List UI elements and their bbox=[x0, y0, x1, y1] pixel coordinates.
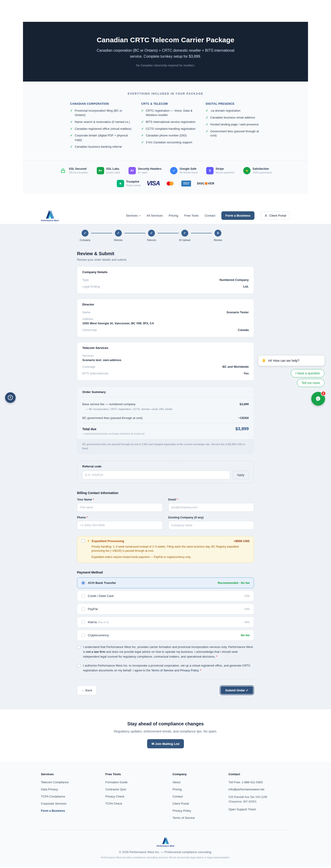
expedited-checkbox[interactable] bbox=[81, 539, 85, 543]
list-item: ✓.ca domain registration bbox=[206, 108, 261, 113]
payment-option-ach[interactable]: ACH Bank Transfer Recommended - No fee bbox=[77, 578, 254, 588]
footer-link-contact[interactable]: Contact bbox=[172, 795, 229, 798]
chat-quick-reply-tell-me-more[interactable]: Tell me more bbox=[297, 379, 325, 387]
payment-method-title: Payment Method bbox=[77, 570, 254, 574]
footer-support-ticket-link[interactable]: Open Support Ticket bbox=[229, 808, 290, 811]
check-icon: ✓ bbox=[70, 133, 72, 142]
client-portal-button[interactable]: Client Portal bbox=[261, 211, 290, 220]
footer-link-formation-guide[interactable]: Formation Guide bbox=[105, 780, 172, 784]
badge-ssl-labs: A+ SSL LabsQualys rated bbox=[97, 167, 120, 174]
footer-link-form-a-business[interactable]: Form a Business bbox=[41, 809, 105, 812]
nav-link-pricing[interactable]: Pricing bbox=[169, 214, 178, 217]
phone-input[interactable] bbox=[77, 521, 163, 530]
newsletter-section: Stay ahead of compliance changes Regulat… bbox=[0, 709, 331, 762]
footer-link-tcpa-compliance[interactable]: TCPA Compliance bbox=[41, 795, 105, 798]
terms-of-service-link[interactable]: Terms of Service bbox=[151, 669, 174, 672]
footer-link-about[interactable]: About bbox=[172, 780, 229, 784]
check-icon: ✓ bbox=[206, 122, 208, 127]
step-director[interactable]: ✓ Director bbox=[110, 230, 126, 241]
agreement-checkbox[interactable] bbox=[77, 664, 81, 668]
footer-link-data-privacy[interactable]: Data Privacy bbox=[41, 787, 105, 791]
help-button[interactable]: ? bbox=[5, 392, 16, 403]
join-mailing-list-button[interactable]: ✉ Join Mailing List bbox=[147, 739, 184, 748]
footer-address: 525 Randall Ave Ste 100-1195 Cheyenne, W… bbox=[229, 795, 290, 804]
footer-link-terms[interactable]: Terms of Service bbox=[172, 816, 229, 819]
footer-link-telecom-compliance[interactable]: Telecom Compliance bbox=[41, 780, 105, 784]
back-button[interactable]: ← Back bbox=[77, 685, 96, 695]
radio-icon[interactable] bbox=[81, 633, 85, 637]
payment-logos: ★ TrustpilotRead reviews VISA AMERICAN E… bbox=[23, 176, 308, 194]
chat-quick-reply-question[interactable]: I have a question bbox=[291, 369, 325, 377]
question-icon: ? bbox=[8, 395, 13, 400]
detail-row: TypeNumbered Company bbox=[82, 277, 249, 283]
agreement-authorization: I authorize Performance West Inc. to inc… bbox=[77, 663, 254, 673]
payment-option-paypal[interactable]: PayPal +3% bbox=[77, 603, 254, 614]
chat-unread-badge: 1 bbox=[321, 391, 326, 396]
footer-link-privacy-check[interactable]: Privacy Check bbox=[105, 795, 172, 798]
submit-order-button[interactable]: Submit Order ✓ bbox=[220, 685, 254, 695]
existing-company-input[interactable] bbox=[168, 521, 254, 530]
check-icon: ✓ bbox=[70, 145, 72, 149]
newsletter-title: Stay ahead of compliance changes bbox=[0, 721, 331, 726]
nav-link-all-services[interactable]: All Services bbox=[147, 214, 163, 217]
step-check-icon: ✓ bbox=[82, 230, 89, 237]
step-id-upload[interactable]: ✓ ID Upload bbox=[177, 230, 193, 241]
step-number: 5 bbox=[214, 230, 221, 237]
step-review-current[interactable]: 5 Review bbox=[210, 230, 226, 241]
radio-selected-icon[interactable] bbox=[81, 581, 85, 585]
agreement-checkbox[interactable] bbox=[77, 645, 81, 649]
footer-col-contact: Contact Toll Free: 1-888-411-0383 info@p… bbox=[229, 772, 290, 823]
list-item: ✓Canadian phone number (DID) bbox=[141, 133, 196, 138]
footer-link-contractor-quiz[interactable]: Contractor Quiz bbox=[105, 787, 172, 791]
included-column-telecom: CRTC & TELECOM ✓CRTC registration — Voic… bbox=[141, 102, 196, 152]
list-item: ✓Canadian business email address bbox=[206, 116, 261, 120]
referral-label: Referral code bbox=[82, 465, 249, 468]
badge-satisfaction: ★ Satisfaction100% guaranteed bbox=[243, 167, 272, 174]
a-plus-icon: A+ bbox=[128, 167, 136, 174]
shield-check-icon: ✓ bbox=[170, 167, 177, 174]
order-surcharge-note: + payment processing surcharge (selected… bbox=[82, 432, 249, 435]
check-icon: ✓ bbox=[206, 129, 208, 138]
wave-icon bbox=[262, 359, 266, 363]
radio-icon[interactable] bbox=[81, 607, 85, 611]
page-title: Review & Submit bbox=[77, 251, 254, 256]
radio-icon[interactable] bbox=[81, 594, 85, 598]
detail-row: CitizenshipCanada bbox=[82, 327, 249, 333]
payment-option-crypto[interactable]: Cryptocurrency No fee bbox=[77, 630, 254, 641]
footer-email[interactable]: info@performancewest.net bbox=[229, 787, 290, 791]
chat-greeting-bubble[interactable]: Hi! How can we help? bbox=[259, 355, 325, 366]
nav-link-services[interactable]: Services bbox=[126, 214, 141, 217]
footer-link-privacy-policy[interactable]: Privacy Policy bbox=[172, 809, 229, 812]
step-check-icon: ✓ bbox=[115, 230, 122, 237]
step-company[interactable]: ✓ Company bbox=[77, 230, 93, 241]
footer-link-tcpa-check[interactable]: TCPA Check bbox=[105, 802, 172, 805]
nav-link-contact[interactable]: Contact bbox=[205, 214, 215, 217]
step-connector bbox=[125, 233, 146, 234]
radio-icon[interactable] bbox=[81, 620, 85, 624]
payment-option-card[interactable]: Credit / Debit Card +3% bbox=[77, 591, 254, 601]
newsletter-subtitle: Regulatory updates, enforcement trends, … bbox=[0, 730, 331, 733]
footer-phone[interactable]: Toll Free: 1-888-411-0383 bbox=[229, 780, 290, 784]
step-telecom[interactable]: ✓ Telecom bbox=[144, 230, 159, 241]
badge-trustpilot[interactable]: ★ TrustpilotRead reviews bbox=[117, 180, 141, 187]
email-input[interactable] bbox=[168, 503, 254, 512]
list-item: ✓Government fees (passed through at cost… bbox=[206, 129, 261, 138]
logo-icon bbox=[45, 210, 55, 219]
agreement-services-scope: I understand that Performance West Inc. … bbox=[77, 645, 254, 659]
nav-link-free-tools[interactable]: Free Tools bbox=[184, 214, 199, 217]
services-value: Scenario test: own-address bbox=[82, 358, 249, 363]
field-phone: Phone * bbox=[77, 516, 163, 530]
privacy-policy-link[interactable]: Privacy Policy bbox=[180, 669, 199, 672]
billing-section-title: Billing Contact Information bbox=[77, 491, 254, 495]
footer-link-corporate-services[interactable]: Corporate Services bbox=[41, 802, 105, 805]
payment-option-klarna[interactable]: Klarna(Pay in 4) +6% bbox=[77, 617, 254, 627]
list-item: ✓Name search & reservation (if named co.… bbox=[70, 120, 132, 124]
brand-logo[interactable]: Performance West bbox=[41, 210, 59, 222]
apply-button[interactable]: Apply bbox=[232, 471, 249, 479]
referral-code-input[interactable] bbox=[82, 471, 230, 479]
footer-link-pricing[interactable]: Pricing bbox=[172, 787, 229, 791]
your-name-input[interactable] bbox=[77, 503, 163, 512]
footer-link-client-portal[interactable]: Client Portal bbox=[172, 802, 229, 805]
chat-launcher-button[interactable]: 1 bbox=[311, 392, 325, 406]
form-a-business-button[interactable]: Form a Business bbox=[221, 211, 255, 220]
